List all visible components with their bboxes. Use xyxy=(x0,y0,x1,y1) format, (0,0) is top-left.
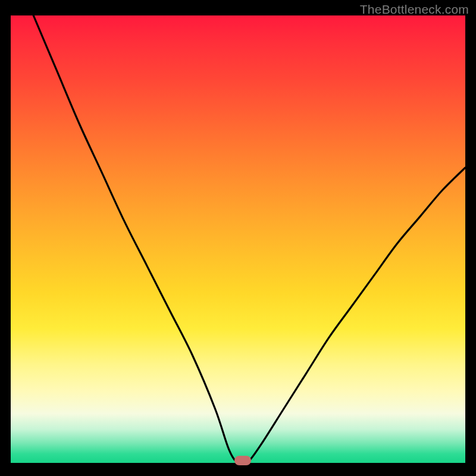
watermark-text: TheBottleneck.com xyxy=(360,2,469,17)
severity-gradient xyxy=(11,15,465,463)
optimal-point-marker xyxy=(234,456,251,465)
chart-frame: TheBottleneck.com xyxy=(0,0,476,476)
plot-area xyxy=(11,15,465,463)
